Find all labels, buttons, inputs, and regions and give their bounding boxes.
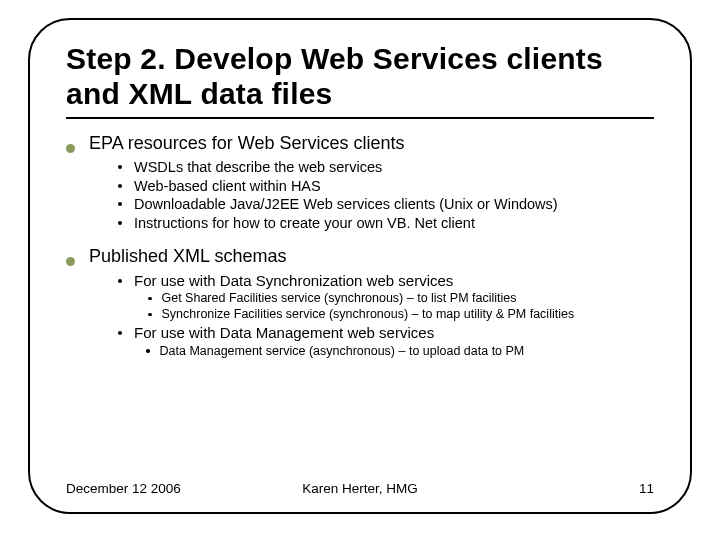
item-text: Web-based client within HAS <box>134 177 321 196</box>
item-text: Synchronize Facilities service (synchron… <box>162 307 575 323</box>
bullet-dot-icon <box>118 279 122 283</box>
slide-frame: Step 2. Develop Web Services clients and… <box>28 18 692 514</box>
bullet-dot-icon <box>146 349 150 353</box>
list-item: WSDLs that describe the web services <box>118 158 654 177</box>
bullet-list-level2: For use with Data Synchronization web se… <box>66 271 654 359</box>
slide-content: EPA resources for Web Services clients W… <box>66 133 654 359</box>
item-text: Get Shared Facilities service (synchrono… <box>162 291 517 307</box>
bullet-dot-icon <box>118 221 122 225</box>
list-item: For use with Data Synchronization web se… <box>118 271 654 322</box>
bullet-list-level2: WSDLs that describe the web services Web… <box>66 158 654 232</box>
list-item: Get Shared Facilities service (synchrono… <box>148 291 654 307</box>
item-text: Data Management service (asynchronous) –… <box>160 343 525 359</box>
item-text: WSDLs that describe the web services <box>134 158 382 177</box>
bullet-dot-icon <box>118 202 122 206</box>
title-rule <box>66 117 654 119</box>
bullet-list-level1: EPA resources for Web Services clients W… <box>66 133 654 359</box>
list-item: Synchronize Facilities service (synchron… <box>148 307 654 323</box>
bullet-dot-icon <box>118 165 122 169</box>
slide-footer: December 12 2006 Karen Herter, HMG 11 <box>66 481 654 496</box>
list-item: Web-based client within HAS <box>118 177 654 196</box>
section-epa-resources: EPA resources for Web Services clients W… <box>66 133 654 232</box>
bullet-disc-icon <box>66 257 75 266</box>
list-item: Data Management service (asynchronous) –… <box>146 343 654 359</box>
bullet-dot-icon <box>148 297 152 301</box>
bullet-dot-icon <box>118 331 122 335</box>
footer-date: December 12 2006 <box>66 481 181 496</box>
list-item: For use with Data Management web service… <box>118 323 654 359</box>
slide-title: Step 2. Develop Web Services clients and… <box>66 42 654 111</box>
bullet-list-level3: Data Management service (asynchronous) –… <box>118 343 654 359</box>
item-text: Instructions for how to create your own … <box>134 214 475 233</box>
list-item: Instructions for how to create your own … <box>118 214 654 233</box>
footer-page-number: 11 <box>639 481 654 496</box>
slide: Step 2. Develop Web Services clients and… <box>0 0 720 540</box>
bullet-dot-icon <box>148 313 152 317</box>
bullet-list-level3: Get Shared Facilities service (synchrono… <box>118 291 654 322</box>
item-text: For use with Data Management web service… <box>134 323 434 342</box>
item-text: For use with Data Synchronization web se… <box>134 271 453 290</box>
section-heading: EPA resources for Web Services clients <box>89 133 404 154</box>
bullet-disc-icon <box>66 144 75 153</box>
section-heading: Published XML schemas <box>89 246 286 267</box>
list-item: Downloadable Java/J2EE Web services clie… <box>118 195 654 214</box>
item-text: Downloadable Java/J2EE Web services clie… <box>134 195 558 214</box>
bullet-dot-icon <box>118 184 122 188</box>
section-published-schemas: Published XML schemas For use with Data … <box>66 246 654 359</box>
